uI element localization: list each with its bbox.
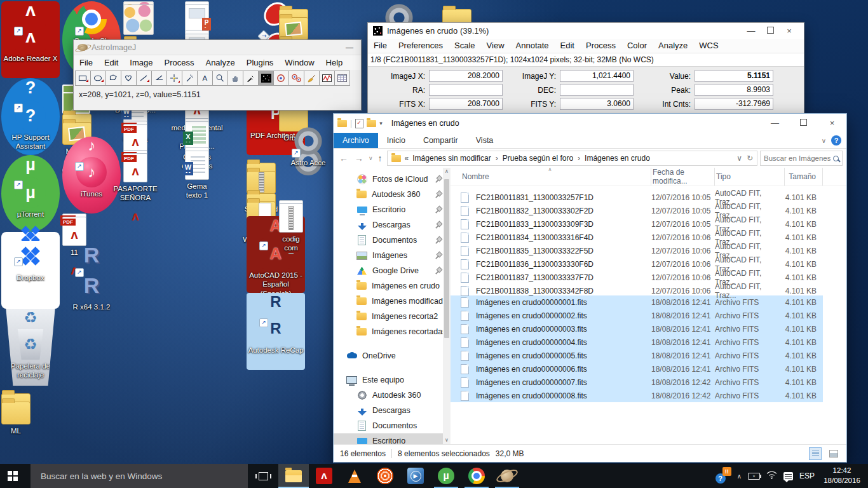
folder-icon[interactable] xyxy=(367,120,376,127)
column-header-size[interactable]: Tamaño xyxy=(785,168,823,186)
freehand-tool[interactable] xyxy=(121,71,137,86)
scroll-down-icon[interactable]: ∨ xyxy=(445,437,449,444)
angle-tool[interactable] xyxy=(151,71,167,86)
file-row[interactable]: FC21B0011836_11300033330F6D12/07/2016 10… xyxy=(451,255,823,269)
close-button[interactable]: × xyxy=(780,26,799,36)
nav-item[interactable]: Documentos xyxy=(334,418,451,433)
up-button[interactable]: ↑ xyxy=(376,153,384,163)
taskbar-app[interactable] xyxy=(431,464,461,488)
nav-item[interactable]: Imágenes recortadas xyxy=(334,324,451,339)
folder-icon[interactable] xyxy=(337,120,347,127)
nav-item[interactable]: Escritorio xyxy=(334,202,451,217)
polygon-tool[interactable] xyxy=(105,71,121,86)
text-tool[interactable]: A xyxy=(197,71,213,86)
minimize-button[interactable]: — xyxy=(742,26,761,36)
nav-item[interactable]: Imágenes recorta2 xyxy=(334,309,451,324)
ribbon-tab[interactable]: Compartir xyxy=(414,133,467,148)
refresh-icon[interactable]: ↻ xyxy=(747,154,753,163)
taskbar-app[interactable] xyxy=(278,464,309,488)
aperture-tool[interactable] xyxy=(273,71,289,86)
ribbon-tab[interactable]: Inicio xyxy=(378,133,414,148)
breadcrumb-collapse-icon[interactable]: « xyxy=(405,154,409,163)
menu-item[interactable]: Image xyxy=(124,58,158,67)
nav-item[interactable]: Imágenes xyxy=(334,248,451,263)
language-indicator[interactable]: ESP xyxy=(799,471,815,480)
hp-support-tray-icon[interactable] xyxy=(715,468,731,484)
help-icon[interactable]: ? xyxy=(831,135,841,146)
nav-item[interactable]: Descargas xyxy=(334,217,451,233)
oval-tool[interactable] xyxy=(90,71,106,86)
column-header-type[interactable]: Tipo xyxy=(715,168,785,186)
menu-item[interactable]: File xyxy=(368,41,393,50)
file-row[interactable]: Imágenes en crudo00000004.fits18/08/2016… xyxy=(451,336,823,349)
file-row[interactable]: FC21B0011838_11300033342F8D12/07/2016 10… xyxy=(451,282,823,295)
wand-tool[interactable] xyxy=(182,71,198,86)
nav-item[interactable]: Escritorio xyxy=(334,433,451,444)
nav-item[interactable]: Google Drive xyxy=(334,263,451,278)
menu-item[interactable]: Window xyxy=(279,58,320,67)
maximize-button[interactable] xyxy=(761,26,780,36)
battery-icon[interactable]: × xyxy=(748,473,760,480)
minimize-button[interactable]: — xyxy=(342,43,357,52)
tray-chevron-up-icon[interactable]: ∧ xyxy=(737,473,742,480)
breadcrumb-item[interactable]: Prueba según el foro xyxy=(503,154,585,163)
task-view-button[interactable] xyxy=(248,464,278,488)
file-row[interactable]: FC21B0011831_11300033257F1D12/07/2016 10… xyxy=(451,189,823,202)
recent-locations-chevron-icon[interactable]: ∨ xyxy=(368,155,374,161)
nav-item[interactable]: Descargas xyxy=(334,403,451,418)
forward-button[interactable]: → xyxy=(353,153,365,163)
menu-item[interactable]: Annotate xyxy=(510,41,555,50)
rectangle-tool[interactable] xyxy=(75,71,91,86)
nav-item[interactable]: Autodesk 360 xyxy=(334,388,451,403)
taskbar-app[interactable] xyxy=(339,464,370,488)
search-icon[interactable] xyxy=(833,156,839,161)
file-row[interactable]: Imágenes en crudo00000006.fits18/08/2016… xyxy=(451,362,823,376)
file-row[interactable]: Imágenes en crudo00000007.fits18/08/2016… xyxy=(451,376,823,389)
chevron-down-icon[interactable]: ∨ xyxy=(822,137,826,144)
action-center-icon[interactable] xyxy=(783,472,793,480)
file-row[interactable]: FC21B0011833_11300033309F3D12/07/2016 10… xyxy=(451,215,823,229)
taskbar-app[interactable] xyxy=(492,464,522,488)
ribbon-tab[interactable]: Vista xyxy=(467,133,503,148)
breadcrumb-item[interactable]: Imágenes en crudo xyxy=(585,154,650,163)
point-tool[interactable] xyxy=(166,71,182,86)
nav-item[interactable]: Documentos xyxy=(334,233,451,248)
breadcrumb-item[interactable]: Imágenes sin modificar xyxy=(412,154,502,163)
nav-item[interactable]: OneDrive xyxy=(334,348,451,363)
file-row[interactable]: FC21B0011837_11300033337F7D12/07/2016 10… xyxy=(451,269,823,282)
column-header-date[interactable]: Fecha de modifica... xyxy=(651,168,715,186)
breadcrumb-box[interactable]: «Imágenes sin modificarPrueba según el f… xyxy=(387,151,757,166)
nav-item[interactable]: Imágenes en crudo xyxy=(334,278,451,294)
multi-aperture-tool[interactable] xyxy=(288,71,304,86)
file-row[interactable]: Imágenes en crudo00000002.fits18/08/2016… xyxy=(451,309,823,322)
ribbon-tab[interactable]: Archivo xyxy=(334,133,378,148)
menu-item[interactable]: Preferences xyxy=(393,41,449,50)
menu-item[interactable]: Process xyxy=(580,41,621,50)
qat-customize-chevron-icon[interactable]: ▾ xyxy=(379,120,383,126)
taskbar-search-box[interactable]: Buscar en la web y en Windows xyxy=(31,464,248,488)
taskbar-app[interactable] xyxy=(309,464,339,488)
nav-item[interactable]: Este equipo xyxy=(334,372,451,388)
menu-item[interactable]: Analyze xyxy=(653,41,693,50)
address-dropdown-icon[interactable]: ∨ xyxy=(736,154,742,163)
start-button[interactable] xyxy=(0,464,31,488)
color-picker-tool[interactable] xyxy=(243,71,259,86)
back-button[interactable]: ← xyxy=(337,153,350,163)
taskbar-app[interactable] xyxy=(370,464,400,488)
menu-item[interactable]: Analyze xyxy=(200,58,240,67)
nav-scrollbar[interactable]: ∧ ∨ xyxy=(443,168,451,444)
clear-overlay-tool[interactable] xyxy=(304,71,320,86)
menu-item[interactable]: View xyxy=(481,41,510,50)
table-tool[interactable] xyxy=(334,71,350,86)
maximize-button[interactable] xyxy=(789,114,818,133)
astronomy-tool[interactable] xyxy=(258,71,274,86)
zoom-tool[interactable] xyxy=(212,71,228,86)
minimize-button[interactable]: — xyxy=(761,114,789,133)
file-row[interactable]: FC21B0011834_11300033316F4D12/07/2016 10… xyxy=(451,229,823,242)
menu-item[interactable]: Edit xyxy=(98,58,124,67)
menu-item[interactable]: Edit xyxy=(555,41,580,50)
astroimagej-titlebar[interactable]: AstroImageJ — xyxy=(74,40,361,55)
nav-item[interactable]: Autodesk 360 xyxy=(334,187,451,202)
menu-item[interactable]: Process xyxy=(159,58,200,67)
file-row[interactable]: Imágenes en crudo00000003.fits18/08/2016… xyxy=(451,322,823,336)
